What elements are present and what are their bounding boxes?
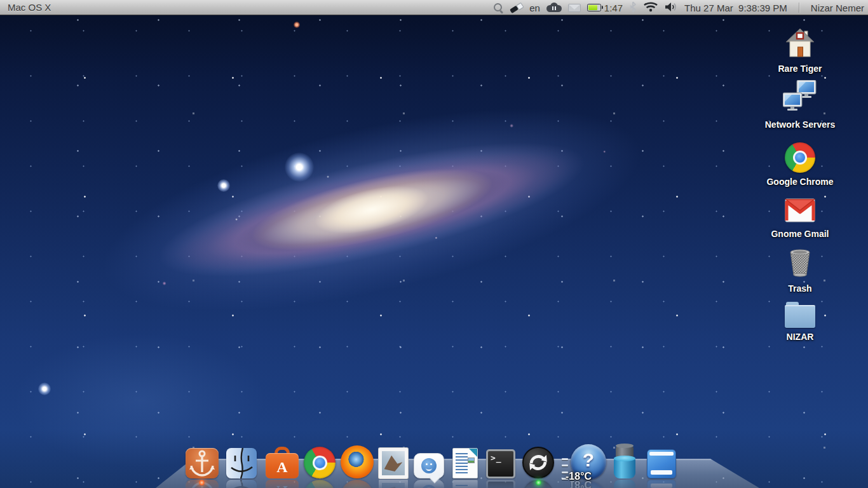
- menu-bar: Mac OS X en 1:47 Thu 27 Mar: [0, 0, 868, 15]
- weather-temperature-label: -18°C: [566, 471, 592, 482]
- window-titlebar: [649, 452, 674, 456]
- bright-star: [217, 179, 230, 192]
- embedded-image: [468, 458, 475, 463]
- desktop-icon-label: Google Chrome: [766, 177, 833, 187]
- chat-bubble-icon: [414, 453, 444, 478]
- galaxy-dust-ring: [85, 95, 660, 329]
- chrome-icon: [785, 142, 815, 173]
- dock-item-terminal[interactable]: >_: [486, 449, 515, 478]
- home-icon: [785, 28, 815, 60]
- terminal-prompt: >_: [491, 453, 502, 463]
- desktop-icon-google-chrome[interactable]: Google Chrome: [754, 142, 846, 187]
- battery-indicator[interactable]: 1:47: [587, 3, 623, 13]
- finder-icon: [226, 448, 257, 478]
- shopping-bag-icon: A: [266, 447, 299, 478]
- network-servers-icon: [783, 80, 817, 116]
- dock-item-chat[interactable]: [414, 453, 444, 478]
- battery-time-label: 1:47: [604, 3, 623, 13]
- keyboard-layout-indicator[interactable]: en: [529, 3, 540, 13]
- dock-item-weather[interactable]: ? -18°C: [571, 444, 606, 480]
- galaxy-disc: [62, 78, 682, 341]
- anchor-icon: [186, 448, 219, 478]
- window-taskbar: [651, 470, 672, 475]
- user-menu[interactable]: Nizar Nemer: [811, 3, 864, 13]
- cloud-pause-icon[interactable]: [546, 3, 562, 13]
- bluetooth-icon[interactable]: [629, 1, 637, 15]
- clock-label[interactable]: Thu 27 Mar 9:38:39 PM: [684, 3, 787, 13]
- desktop-icon-label: NIZAR: [787, 332, 814, 342]
- desktop-icon-rare-tiger[interactable]: Rare Tiger: [754, 28, 846, 74]
- bucket-body: [614, 458, 635, 478]
- red-star: [294, 22, 300, 28]
- gmail-icon: [785, 198, 815, 225]
- page-fold: [469, 449, 477, 457]
- desktop-icon-label: Trash: [788, 284, 811, 294]
- status-area: en 1:47 Thu 27 Mar 9:38:39 PM Niza: [493, 0, 864, 15]
- dock-item-software-store[interactable]: A: [266, 447, 299, 478]
- terminal-icon: >_: [486, 449, 515, 478]
- running-indicator-sync: [536, 480, 541, 485]
- trash-icon: [786, 247, 814, 280]
- mail-icon[interactable]: [568, 4, 581, 12]
- mail-stamp-icon: [379, 448, 408, 478]
- chrome-icon: [304, 447, 336, 478]
- bright-star: [285, 152, 314, 182]
- smiley-face-icon: [421, 458, 437, 473]
- wifi-icon[interactable]: [643, 1, 658, 14]
- dock-item-mail-stamp[interactable]: [379, 448, 408, 478]
- volume-icon[interactable]: [665, 2, 678, 14]
- sync-arrows-icon: [522, 447, 554, 478]
- battery-icon: [587, 4, 601, 11]
- dock-item-sync[interactable]: [522, 447, 554, 478]
- desktop-icon-label: Rare Tiger: [778, 64, 822, 74]
- desktop-icon-label: Network Servers: [765, 120, 836, 130]
- menubar-divider: [799, 3, 799, 13]
- firefox-icon: [341, 445, 374, 478]
- desktop-icon-trash[interactable]: Trash: [754, 247, 846, 294]
- desktop-icon-label: Gnome Gmail: [771, 229, 829, 239]
- desktop-icon-gnome-gmail[interactable]: Gnome Gmail: [754, 198, 846, 239]
- dock-item-docky-anchor[interactable]: [186, 448, 219, 478]
- running-indicator-anchor: [199, 480, 205, 485]
- folder-icon: [785, 305, 815, 328]
- usb-drive-icon[interactable]: [508, 0, 525, 15]
- bag-letter-a: A: [266, 459, 299, 476]
- desktop-window-icon: [647, 449, 676, 478]
- dock-item-desktop-window[interactable]: [647, 449, 676, 478]
- text-lines: [456, 453, 468, 473]
- dock-item-google-chrome[interactable]: [304, 447, 336, 478]
- bucket-docklet-icon: [614, 445, 635, 478]
- desktop-icon-network-servers[interactable]: Network Servers: [754, 80, 846, 130]
- desktop-icon-nizar-folder[interactable]: NIZAR: [754, 300, 846, 342]
- app-menu-label[interactable]: Mac OS X: [0, 2, 58, 13]
- dock-item-finder[interactable]: [226, 448, 257, 478]
- stamp-picture: [382, 451, 405, 475]
- weather-docklet-icon: ? -18°C: [571, 444, 606, 480]
- writer-document-icon: [452, 448, 478, 478]
- galaxy-core: [290, 166, 453, 254]
- dock-item-firefox[interactable]: [341, 445, 374, 478]
- dock-item-bucket[interactable]: [614, 445, 635, 478]
- search-icon[interactable]: [493, 3, 503, 13]
- dock-item-libreoffice-writer[interactable]: [452, 448, 478, 478]
- galaxy-inner-glow: [190, 127, 553, 292]
